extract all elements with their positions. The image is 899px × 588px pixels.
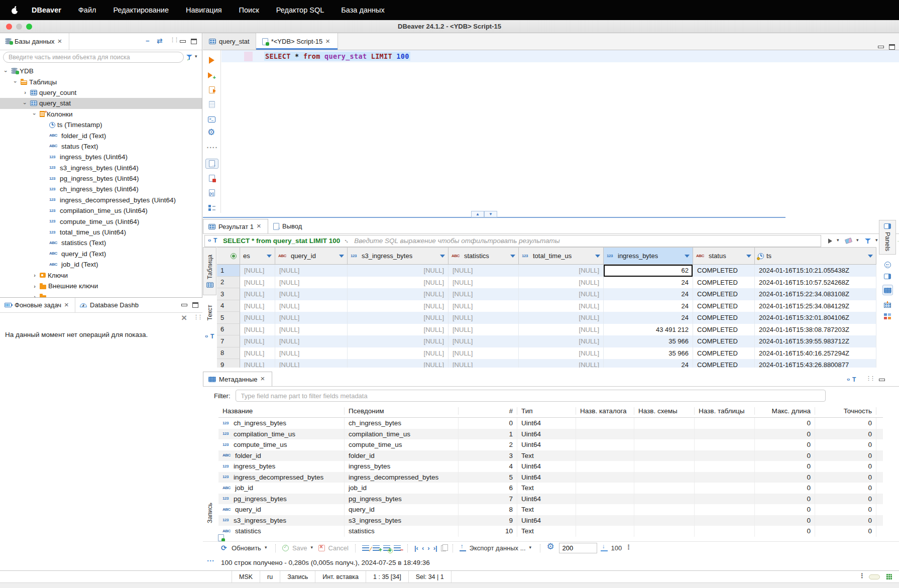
grid-cell[interactable]: [NULL]: [519, 288, 604, 300]
metadata-cell[interactable]: [634, 418, 695, 429]
close-icon[interactable]: [261, 376, 267, 383]
metadata-cell[interactable]: ingress_decompressed_bytes: [345, 472, 459, 483]
metadata-cell[interactable]: [576, 418, 634, 429]
tab-database-dashboard[interactable]: Database Dashb: [75, 298, 143, 312]
menu-item-7[interactable]: База данных: [332, 6, 393, 14]
tab-result-1[interactable]: Результат 1: [203, 219, 268, 233]
grid-cell[interactable]: 2024-01-16T15:43:26.8800877: [755, 359, 876, 368]
grid-cell[interactable]: [NULL]: [448, 265, 519, 277]
metadata-cell[interactable]: [695, 418, 755, 429]
refresh-icon[interactable]: [221, 545, 228, 552]
metadata-cell[interactable]: Text: [517, 450, 576, 461]
grid-cell[interactable]: [NULL]: [275, 265, 348, 277]
grid-cell[interactable]: COMPLETED: [693, 277, 755, 289]
object-search-input[interactable]: [3, 52, 184, 63]
aggregate-icon[interactable]: [884, 313, 891, 319]
filter-history-dropdown-icon[interactable]: [837, 239, 841, 244]
metadata-cell[interactable]: 0: [815, 504, 876, 515]
close-icon[interactable]: [64, 302, 70, 309]
grid-cell[interactable]: 24: [604, 300, 693, 312]
toolbar-overflow-icon[interactable]: [625, 544, 629, 552]
tree-item-Таблицы[interactable]: Таблицы: [0, 76, 202, 87]
grid-cell[interactable]: 62: [604, 265, 693, 277]
sql-current-line[interactable]: SELECT * from query_stat LIMIT 100: [221, 50, 899, 62]
sql-statement[interactable]: SELECT * from query_stat LIMIT 100: [264, 52, 410, 61]
link-with-editor-icon[interactable]: [157, 39, 165, 45]
metadata-cell[interactable]: 0: [815, 429, 876, 440]
metadata-cell[interactable]: 0: [815, 461, 876, 472]
export-dropdown-icon[interactable]: [529, 546, 533, 551]
metadata-cell[interactable]: [634, 472, 695, 483]
grid-cell[interactable]: [NULL]: [240, 359, 275, 368]
sort-dropdown-icon[interactable]: [868, 255, 873, 258]
tab-sql-script[interactable]: *<YDB> Script-15: [256, 33, 339, 50]
column-header-query_id[interactable]: query_id: [275, 248, 348, 264]
metadata-cell[interactable]: 6: [459, 483, 517, 494]
metadata-cell[interactable]: 4: [459, 461, 517, 472]
metadata-cell[interactable]: [695, 461, 755, 472]
column-header-ts[interactable]: ts: [755, 248, 876, 264]
tree-collapse-icon[interactable]: [22, 100, 28, 106]
metadata-cell[interactable]: 0: [755, 461, 815, 472]
metadata-column-7[interactable]: Назв. таблицы: [695, 407, 755, 415]
metadata-cell[interactable]: [634, 483, 695, 494]
grid-cell[interactable]: [NULL]: [275, 335, 348, 347]
metadata-cell[interactable]: Uint64: [517, 494, 576, 505]
maximize-view-icon[interactable]: [889, 44, 895, 50]
metadata-column-4[interactable]: Тип: [517, 407, 576, 415]
tab-metadata[interactable]: Метаданные: [203, 372, 272, 386]
segment-size-input[interactable]: [559, 543, 597, 553]
tree-expand-icon[interactable]: [32, 283, 38, 289]
metadata-cell[interactable]: Uint64: [517, 461, 576, 472]
metadata-cell[interactable]: Uint64: [517, 515, 576, 526]
grid-cell[interactable]: 24: [604, 277, 693, 289]
metadata-cell[interactable]: ingress_bytes: [218, 461, 345, 472]
tree-item-ingress_bytes[interactable]: ingress_bytes (Uint64): [0, 152, 202, 162]
metadata-cell[interactable]: [695, 472, 755, 483]
metadata-cell[interactable]: [634, 515, 695, 526]
cancel-operation-icon[interactable]: [181, 315, 188, 322]
value-panel-icon[interactable]: [884, 274, 891, 279]
grid-cell[interactable]: [NULL]: [348, 300, 448, 312]
search-filter-icon[interactable]: ✓: [186, 54, 192, 60]
grid-cell[interactable]: [NULL]: [519, 300, 604, 312]
metadata-cell[interactable]: [695, 494, 755, 505]
next-row-icon[interactable]: ›: [427, 545, 429, 551]
tree-item-Внешние[interactable]: Внешние ключи: [0, 281, 202, 291]
metadata-cell[interactable]: [576, 450, 634, 461]
export-from-query-button[interactable]: [205, 159, 218, 169]
row-number-cell[interactable]: 3: [217, 288, 240, 300]
tree-item-statistics[interactable]: statistics (Text): [0, 238, 202, 248]
metadata-cell[interactable]: 0: [755, 494, 815, 505]
metadata-cell[interactable]: [576, 472, 634, 483]
metadata-cell[interactable]: [634, 439, 695, 450]
metadata-cell[interactable]: Uint64: [517, 418, 576, 429]
grid-cell[interactable]: 2024-01-16T15:25:34.084129Z: [755, 300, 876, 312]
minimize-view-icon[interactable]: [878, 46, 884, 48]
grid-cell[interactable]: [NULL]: [448, 347, 519, 360]
tab-output[interactable]: Вывод: [268, 219, 307, 233]
menu-item-3[interactable]: Редактирование: [105, 6, 177, 14]
row-number-cell[interactable]: 1: [217, 265, 240, 277]
tree-item-compute_time_us[interactable]: compute_time_us (Uint64): [0, 216, 202, 226]
grid-cell[interactable]: [NULL]: [348, 324, 448, 336]
sort-dropdown-icon[interactable]: [510, 255, 515, 258]
grid-cell[interactable]: COMPLETED: [693, 288, 755, 300]
metadata-cell[interactable]: 5: [459, 472, 517, 483]
grid-cell[interactable]: [NULL]: [240, 277, 275, 289]
metadata-cell[interactable]: 0: [755, 515, 815, 526]
fetch-next-icon[interactable]: [601, 545, 608, 551]
calculator-icon[interactable]: [884, 288, 891, 293]
metadata-cell[interactable]: ch_ingress_bytes: [345, 418, 459, 429]
splitter-up-icon[interactable]: ▲: [471, 211, 484, 217]
drag-handle-dots-button[interactable]: [205, 144, 218, 154]
grid-cell[interactable]: [NULL]: [240, 312, 275, 324]
grid-cell[interactable]: [NULL]: [448, 312, 519, 324]
tree-expand-icon[interactable]: [22, 89, 28, 95]
close-icon[interactable]: [325, 38, 331, 45]
metadata-column-5[interactable]: Назв. каталога: [576, 407, 634, 415]
refresh-button[interactable]: Обновить: [232, 544, 261, 552]
grid-cell[interactable]: [NULL]: [519, 359, 604, 368]
metadata-cell[interactable]: [634, 526, 695, 537]
grid-cell[interactable]: 2024-01-16T15:38:08.787203Z: [755, 324, 876, 336]
